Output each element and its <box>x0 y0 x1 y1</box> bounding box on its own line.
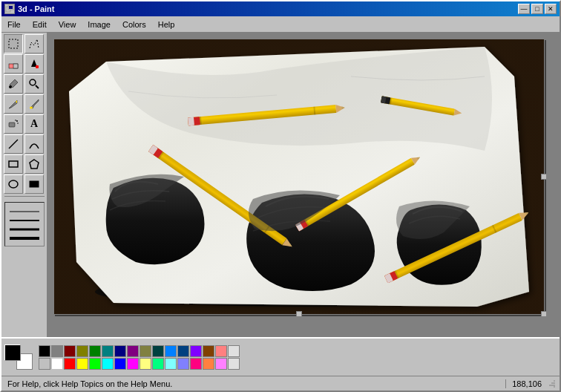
swatch-sky-blue[interactable] <box>165 358 177 370</box>
tool-ellipse[interactable] <box>4 174 23 194</box>
swatch-white[interactable] <box>51 358 63 370</box>
title-buttons: — □ ✕ <box>518 4 557 14</box>
canvas-image[interactable] <box>54 39 544 314</box>
swatch-dark-red[interactable] <box>64 345 76 357</box>
swatch-light-blue[interactable] <box>165 345 177 357</box>
tool-rect[interactable] <box>4 154 23 174</box>
canvas-resize-bottom-mid[interactable] <box>296 311 302 317</box>
svg-point-14 <box>15 120 16 121</box>
tool-select-free[interactable] <box>24 34 44 53</box>
swatch-periwinkle[interactable] <box>177 358 189 370</box>
swatch-dark-blue[interactable] <box>114 345 126 357</box>
menu-file[interactable]: File <box>1 19 27 30</box>
color-palette <box>39 345 240 370</box>
tool-poly[interactable] <box>24 154 44 174</box>
tool-select-rect[interactable] <box>4 34 23 53</box>
tool-curve[interactable] <box>24 134 44 154</box>
svg-marker-17 <box>30 160 39 169</box>
color-palette-bar <box>1 337 560 376</box>
status-message: For Help, click Help Topics on the Help … <box>4 379 505 388</box>
palette-row-1 <box>39 345 240 357</box>
svg-point-12 <box>16 120 18 122</box>
title-bar-left: 3d - Paint <box>4 4 55 14</box>
tool-magnifier[interactable] <box>24 74 44 94</box>
swatch-salmon[interactable] <box>215 345 227 357</box>
close-button[interactable]: ✕ <box>545 4 557 14</box>
swatch-teal[interactable] <box>102 345 114 357</box>
main-content: A <box>1 33 560 337</box>
swatch-gray[interactable] <box>51 345 63 357</box>
status-bar: For Help, click Help Topics on the Help … <box>1 376 560 391</box>
title-bar: 3d - Paint — □ ✕ <box>1 1 560 16</box>
minimize-button[interactable]: — <box>518 4 530 14</box>
tool-airbrush[interactable] <box>4 114 23 134</box>
swatch-lime[interactable] <box>89 358 101 370</box>
tool-pencil[interactable] <box>4 94 23 114</box>
tool-brush[interactable] <box>24 94 44 114</box>
window-resize-handle[interactable] <box>548 379 557 388</box>
swatch-yellow-green[interactable] <box>140 345 151 357</box>
swatch-dark-teal[interactable] <box>152 345 164 357</box>
toolbar: A <box>1 33 47 337</box>
swatch-dark-green[interactable] <box>89 345 101 357</box>
svg-rect-3 <box>9 39 18 48</box>
swatch-rose[interactable] <box>190 358 202 370</box>
swatch-dark-navy[interactable] <box>177 345 189 357</box>
status-coordinates: 188,106 <box>505 379 548 388</box>
tool-text[interactable]: A <box>24 114 44 134</box>
tool-rect-fill[interactable] <box>24 174 44 194</box>
menu-bar: File Edit View Image Colors Help <box>1 16 560 33</box>
swatch-olive[interactable] <box>76 345 88 357</box>
svg-point-18 <box>9 180 18 188</box>
svg-rect-11 <box>9 122 15 127</box>
menu-help[interactable]: Help <box>152 19 181 30</box>
swatch-spring-green[interactable] <box>152 358 164 370</box>
svg-point-8 <box>30 79 36 85</box>
tool-eyedropper[interactable] <box>4 74 23 94</box>
swatch-purple[interactable] <box>127 345 139 357</box>
foreground-color-box[interactable] <box>4 344 21 361</box>
svg-point-10 <box>30 107 33 109</box>
svg-rect-5 <box>13 64 18 68</box>
window-title: 3d - Paint <box>18 4 55 13</box>
svg-rect-19 <box>30 181 39 187</box>
swatch-off-white[interactable] <box>228 358 240 370</box>
tool-eraser[interactable] <box>4 54 23 74</box>
tool-separator <box>4 196 45 197</box>
menu-colors[interactable]: Colors <box>117 19 152 30</box>
canvas-resize-bottom-right[interactable] <box>541 311 547 317</box>
tool-options <box>4 202 45 246</box>
swatch-red[interactable] <box>64 358 76 370</box>
palette-row-2 <box>39 358 240 370</box>
canvas-area[interactable] <box>47 33 560 337</box>
menu-edit[interactable]: Edit <box>27 19 53 30</box>
swatch-light-gray[interactable] <box>228 345 240 357</box>
canvas-wrapper <box>53 39 545 315</box>
swatch-pink[interactable] <box>215 358 227 370</box>
swatch-blue[interactable] <box>114 358 126 370</box>
canvas-resize-mid-right[interactable] <box>541 174 547 180</box>
maximize-button[interactable]: □ <box>531 4 543 14</box>
swatch-blue-violet[interactable] <box>190 345 202 357</box>
swatch-light-yellow[interactable] <box>140 358 151 370</box>
swatch-black[interactable] <box>39 345 50 357</box>
swatch-yellow[interactable] <box>76 358 88 370</box>
svg-rect-6 <box>36 65 39 68</box>
svg-point-7 <box>9 85 12 88</box>
main-window: 3d - Paint — □ ✕ File Edit View Image Co… <box>0 0 561 392</box>
svg-line-9 <box>36 85 39 88</box>
swatch-cyan[interactable] <box>102 358 114 370</box>
swatch-magenta[interactable] <box>127 358 139 370</box>
menu-view[interactable]: View <box>53 19 82 30</box>
color-selector <box>4 344 33 370</box>
svg-point-13 <box>17 122 19 124</box>
tool-line[interactable] <box>4 134 23 154</box>
swatch-orange[interactable] <box>203 358 214 370</box>
menu-image[interactable]: Image <box>82 19 117 30</box>
svg-rect-16 <box>9 161 18 167</box>
swatch-silver[interactable] <box>39 358 50 370</box>
tool-fill[interactable] <box>24 54 44 74</box>
tool-grid: A <box>4 34 45 194</box>
app-icon <box>4 4 15 14</box>
swatch-brown[interactable] <box>203 345 214 357</box>
